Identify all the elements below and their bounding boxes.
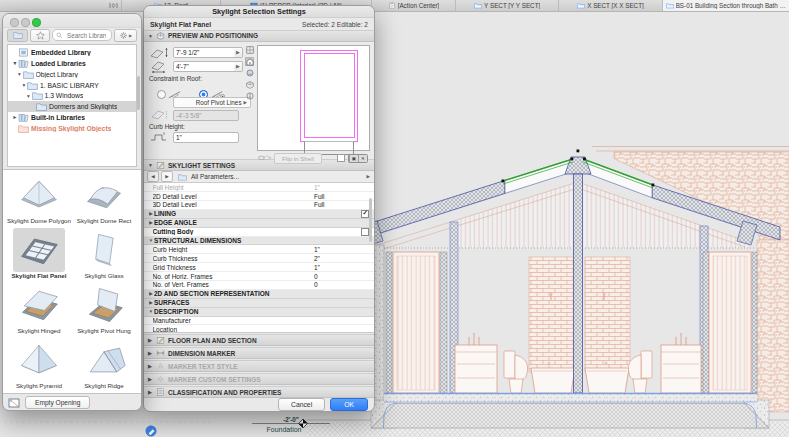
library-tree-item[interactable]: Embedded Library	[8, 47, 136, 58]
collapsed-section-header[interactable]: ▶ CLASSIFICATION AND PROPERTIES	[144, 386, 374, 398]
center-wall-post	[574, 174, 583, 393]
parameter-value[interactable]: 0	[314, 281, 372, 288]
library-tree-item[interactable]: Built-in Libraries	[8, 112, 136, 123]
search-input[interactable]	[65, 31, 108, 40]
parameter-row[interactable]: 2D AND SECTION REPRESENTATION	[144, 290, 374, 299]
parameter-checkbox[interactable]	[361, 210, 369, 218]
preview-mode-button[interactable]	[245, 80, 254, 89]
nav-expand-icon[interactable]: ▶	[367, 174, 371, 179]
ok-button[interactable]: OK	[330, 398, 368, 411]
roof-pivot-lines-dropdown[interactable]: Roof Pivot Lines ▶	[173, 97, 251, 108]
library-tree-item[interactable]: Missing Skylight Objects	[8, 123, 136, 134]
flip-icon[interactable]	[257, 154, 271, 162]
parameter-row[interactable]: Curb Thickness 2"	[144, 254, 374, 263]
library-part-item[interactable]: Skylight Pivot Hung	[73, 283, 135, 338]
preview-mode-button[interactable]	[245, 69, 254, 78]
collapsed-section-header[interactable]: ▶ FLOOR PLAN AND SECTION	[144, 334, 374, 346]
parameter-scrollbar[interactable]	[369, 198, 372, 242]
library-tree-item[interactable]: Loaded Libraries	[8, 58, 136, 69]
library-tree-item[interactable]: Dormers and Skylights	[8, 101, 136, 112]
collapsed-section-header[interactable]: ▶ MARKER TEXT STYLE	[144, 360, 374, 372]
library-part-item[interactable]: Skylight Pyramid	[7, 338, 71, 393]
dialog-title-bar[interactable]: Skylight Selection Settings	[144, 6, 374, 18]
library-part-item[interactable]: Skylight Ridge	[73, 338, 135, 393]
library-tree-item[interactable]: Object Library	[8, 69, 136, 80]
tree-item-label: Loaded Libraries	[31, 60, 86, 67]
preview-mode-icon	[246, 58, 254, 66]
nav-back-button[interactable]: ◀	[147, 171, 159, 182]
settings-menu-button[interactable]: ▶	[114, 29, 137, 42]
library-part-item[interactable]: Skylight Dome Rect	[73, 173, 135, 228]
favorites-button[interactable]	[30, 29, 50, 42]
parameter-row[interactable]: Grid Thickness 1"	[144, 263, 374, 272]
window-zoom-button[interactable]	[32, 18, 41, 27]
parameter-row[interactable]: 2D Detail Level Full	[144, 192, 374, 201]
parameter-row[interactable]: Curb Height 1"	[144, 245, 374, 254]
parameter-row[interactable]: SURFACES	[144, 299, 374, 308]
parameter-row[interactable]: EDGE ANGLE	[144, 219, 374, 228]
library-part-thumbnail	[78, 173, 130, 217]
skylight-preview-canvas[interactable]	[257, 45, 370, 151]
parameter-value[interactable]: 2"	[314, 255, 372, 262]
thumbnail-scrollbar[interactable]	[137, 76, 140, 110]
library-tree-item[interactable]: 1.3 Windows	[8, 90, 136, 101]
parameter-value[interactable]: 1"	[314, 184, 372, 191]
window-minimize-button[interactable]	[21, 18, 30, 27]
parameter-value[interactable]: 1"	[314, 264, 372, 271]
parameter-value[interactable]: Full	[314, 193, 372, 200]
library-part-item[interactable]: Skylight Flat Panel	[7, 228, 71, 283]
sill-width-stepper[interactable]: ▶	[234, 61, 243, 72]
parameter-value[interactable]: 0	[314, 273, 372, 280]
library-part-item[interactable]: Skylight Dome Polygon	[7, 173, 71, 228]
parameter-row[interactable]: Location	[144, 325, 374, 333]
parameter-filter-dropdown[interactable]: All Parameters...	[191, 173, 365, 180]
header-height-field[interactable]	[173, 47, 239, 58]
parameter-value[interactable]: 1"	[314, 246, 372, 253]
library-part-item[interactable]: Skylight Hinged	[7, 283, 71, 338]
parameter-value[interactable]: Full	[314, 201, 372, 208]
level-name-label: Foundation	[266, 426, 301, 433]
view-tab[interactable]: Y SECT [Y Y SECT]	[455, 0, 558, 11]
preview-mode-button[interactable]	[245, 46, 254, 55]
sill-width-field[interactable]	[173, 61, 239, 72]
library-part-item[interactable]: Skylight Glass	[73, 228, 135, 283]
library-part-thumbnail	[13, 338, 65, 382]
parameter-row[interactable]: LINING	[144, 210, 374, 219]
parameter-row[interactable]: Manufacturer	[144, 317, 374, 326]
parameter-row[interactable]: STRUCTURAL DIMENSIONS	[144, 237, 374, 246]
section-icon	[156, 362, 165, 370]
preview-mode-button[interactable]	[245, 57, 254, 66]
header-height-stepper[interactable]: ▶	[234, 47, 243, 58]
nav-forward-button[interactable]: ▶	[161, 171, 173, 182]
parameter-label: Cutting Body	[153, 228, 301, 235]
preview-zoom-buttons[interactable]: ▣✕	[348, 154, 368, 163]
parameter-checkbox[interactable]	[361, 228, 369, 236]
tree-item-icon	[23, 70, 34, 79]
library-tree-item[interactable]: 1. BASIC LIBRARY	[8, 80, 136, 91]
parameter-row[interactable]: DESCRIPTION	[144, 308, 374, 317]
preview-mode-button[interactable]	[245, 92, 254, 101]
parameter-row[interactable]: Cutting Body	[144, 228, 374, 237]
preview-mode-icon	[246, 81, 254, 89]
parameter-row[interactable]: No. of Horiz. Frames 0	[144, 272, 374, 281]
parameter-row[interactable]: No. of Vert. Frames 0	[144, 281, 374, 290]
folder-view-button[interactable]	[7, 29, 28, 42]
flip-in-shell-button[interactable]: Flip in Shell	[274, 153, 322, 164]
window-close-button[interactable]	[10, 18, 19, 27]
view-tab[interactable]: BS-01 Building Section through Bath #2 &…	[662, 0, 789, 11]
preview-positioning-section-header[interactable]: ▼ PREVIEW AND POSITIONING	[144, 30, 374, 41]
view-tab[interactable]: [Action Center]	[371, 0, 455, 11]
preview-option-checkbox[interactable]	[337, 154, 345, 162]
parameter-row[interactable]: Full Height 1"	[144, 183, 374, 192]
collapsed-section-header[interactable]: ▶ DIMENSION MARKER	[144, 347, 374, 359]
empty-opening-button[interactable]: Empty Opening	[25, 396, 90, 409]
cancel-button[interactable]: Cancel	[278, 398, 325, 411]
pivot-offset-field[interactable]	[173, 110, 239, 121]
parameter-label: No. of Horiz. Frames	[153, 273, 315, 280]
view-tab[interactable]: X SECT [X X SECT]	[558, 0, 661, 11]
palette-title-bar[interactable]	[3, 14, 141, 28]
collapsed-section-header[interactable]: ▶ MARKER CUSTOM SETTINGS	[144, 373, 374, 385]
curb-height-field[interactable]	[173, 132, 239, 143]
tab-overflow-icon[interactable]	[109, 2, 118, 9]
parameter-row[interactable]: 3D Detail Level Full	[144, 201, 374, 210]
